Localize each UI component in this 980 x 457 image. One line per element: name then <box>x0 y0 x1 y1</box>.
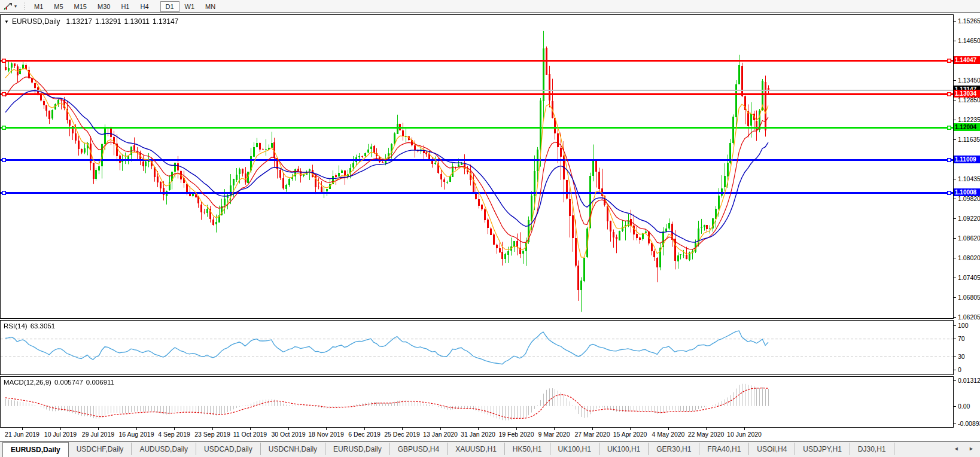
axis-tick-mark <box>954 238 956 239</box>
tab-USDCHF-Daily[interactable]: USDCHF,Daily <box>69 443 132 455</box>
tab-USDCAD-Daily[interactable]: USDCAD,Daily <box>196 443 261 455</box>
date-tick-label: 10 Jun 2020 <box>719 431 769 438</box>
quote-high: 1.13291 <box>95 17 121 26</box>
date-tick-mark <box>554 428 555 430</box>
timeframe-button-M5[interactable]: M5 <box>48 1 68 12</box>
date-tick-mark <box>630 428 631 430</box>
timeframe-button-H1[interactable]: H1 <box>115 1 135 12</box>
rsi-tick-label: 0 <box>958 366 961 373</box>
tab-UK100-H1[interactable]: UK100,H1 <box>550 443 599 455</box>
price-tick-label: 1.08020 <box>958 254 980 261</box>
axis-tick-mark <box>954 370 956 370</box>
tab-GBPUSD-H4[interactable]: GBPUSD,H4 <box>390 443 448 455</box>
axis-tick-mark <box>954 218 956 219</box>
axis-tick-mark <box>954 41 956 41</box>
price-tick-label: 1.07405 <box>958 274 980 281</box>
macd-main-value: 0.005747 <box>54 379 83 386</box>
price-tick-label: 1.06205 <box>958 313 980 321</box>
timeframe-button-D1[interactable]: D1 <box>160 1 179 12</box>
date-tick-mark <box>212 428 213 430</box>
date-tick-mark <box>706 428 707 430</box>
date-tick-mark <box>98 428 99 430</box>
axis-tick-mark <box>954 424 956 424</box>
price-tick-label: 1.09220 <box>958 215 980 222</box>
level-price-chip: 1.11009 <box>954 156 980 163</box>
date-axis[interactable]: 21 Jun 201910 Jul 201929 Jul 201916 Aug … <box>0 428 954 441</box>
chart-quote-line: ▼EURUSD,Daily1.132171.132911.130111.1314… <box>4 17 181 26</box>
date-tick-mark <box>592 428 593 430</box>
tab-UK100-H1[interactable]: UK100,H1 <box>599 443 649 455</box>
trading-terminal-window: ▾ M1M5M15M30H1H4D1W1MN ▼EURUSD,Daily1.13… <box>0 0 980 457</box>
level-price-chip: 1.10008 <box>954 188 980 196</box>
macd-chart-canvas[interactable] <box>1 377 953 427</box>
tab-FRA40-H1[interactable]: FRA40,H1 <box>699 443 749 455</box>
price-tick-label: 1.06805 <box>958 294 980 301</box>
date-tick-mark <box>402 428 403 430</box>
axis-tick-mark <box>954 179 956 179</box>
price-tick-label: 1.12235 <box>958 116 980 123</box>
tab-USOil-H4[interactable]: USOil,H4 <box>749 443 795 455</box>
axis-tick-mark <box>954 139 956 140</box>
quote-close: 1.13147 <box>153 17 178 26</box>
date-tick-mark <box>478 428 479 430</box>
timeframe-button-W1[interactable]: W1 <box>179 1 200 12</box>
date-tick-mark <box>288 428 289 430</box>
timeframe-button-MN[interactable]: MN <box>200 1 221 12</box>
tab-EURUSD-Daily[interactable]: EURUSD,Daily <box>2 442 69 457</box>
date-tick-mark <box>440 428 441 430</box>
price-tick-label: 1.15265 <box>958 17 980 25</box>
chart-tool-icon[interactable] <box>2 2 13 11</box>
date-tick-mark <box>668 428 669 430</box>
axis-tick-mark <box>954 21 956 22</box>
timeframe-button-M30[interactable]: M30 <box>92 1 115 12</box>
price-tick-label: 1.11635 <box>958 136 980 143</box>
toolbar-grip[interactable] <box>23 2 25 10</box>
timeframe-toolbar: ▾ M1M5M15M30H1H4D1W1MN <box>0 0 980 13</box>
tab-EURUSD-Daily[interactable]: EURUSD,Daily <box>325 443 390 455</box>
level-price-chip: 1.14047 <box>954 56 980 64</box>
macd-tick-label: 0.00 <box>958 403 970 410</box>
axis-tick-mark <box>954 278 956 278</box>
price-tick-label: 1.13450 <box>958 77 980 84</box>
timeframe-button-H4[interactable]: H4 <box>135 1 154 12</box>
date-tick-mark <box>516 428 517 430</box>
axis-tick-mark <box>954 80 956 81</box>
date-tick-mark <box>744 428 745 430</box>
date-tick-mark <box>326 428 327 430</box>
timeframe-button-M15[interactable]: M15 <box>69 1 92 12</box>
tab-scroll-left-icon[interactable]: ◄ <box>954 446 959 452</box>
tab-DJ30-H1[interactable]: DJ30,H1 <box>850 443 894 455</box>
price-axis[interactable]: 1.152651.146501.134501.128501.122351.116… <box>954 13 980 441</box>
rsi-tick-label: 30 <box>958 353 965 360</box>
price-tick-label: 1.10435 <box>958 175 980 182</box>
axis-tick-mark <box>954 357 956 357</box>
axis-tick-mark <box>954 317 956 318</box>
macd-label: MACD(12,26,9)0.0057470.006911 <box>4 379 117 386</box>
tab-USDJPY-H1[interactable]: USDJPY,H1 <box>795 443 850 455</box>
tab-HK50-H1[interactable]: HK50,H1 <box>505 443 550 455</box>
axis-tick-mark <box>954 199 956 199</box>
rsi-label: RSI(14)63.3051 <box>4 322 58 330</box>
macd-name: MACD(12,26,9) <box>4 379 51 386</box>
chevron-down-icon[interactable]: ▾ <box>14 4 17 9</box>
tab-USDCNH-Daily[interactable]: USDCNH,Daily <box>261 443 325 455</box>
candlestick-chart-canvas[interactable] <box>1 15 953 318</box>
tab-AUDUSD-Daily[interactable]: AUDUSD,Daily <box>132 443 196 455</box>
axis-tick-mark <box>954 100 956 100</box>
axis-tick-mark <box>954 339 956 339</box>
rsi-chart-canvas[interactable] <box>1 321 953 374</box>
date-tick-mark <box>364 428 365 430</box>
timeframe-button-M1[interactable]: M1 <box>29 1 48 12</box>
date-tick-mark <box>22 428 23 430</box>
chart-tabs: EURUSD,DailyUSDCHF,DailyAUDUSD,DailyUSDC… <box>0 441 980 457</box>
chart-symbol-label: EURUSD,Daily <box>12 17 60 26</box>
tab-scroll-right-icon[interactable]: ► <box>969 446 974 452</box>
macd-signal-value: 0.006911 <box>86 379 114 386</box>
price-tick-label: 1.09820 <box>958 195 980 202</box>
date-tick-mark <box>136 428 137 430</box>
rsi-tick-label: 100 <box>958 322 969 329</box>
tab-GER30-H1[interactable]: GER30,H1 <box>649 443 699 455</box>
chart-tab-bar: EURUSD,DailyUSDCHF,DailyAUDUSD,DailyUSDC… <box>0 441 980 457</box>
tab-XAUUSD-H1[interactable]: XAUUSD,H1 <box>448 443 505 455</box>
collapse-triangle-icon[interactable]: ▼ <box>4 19 9 25</box>
